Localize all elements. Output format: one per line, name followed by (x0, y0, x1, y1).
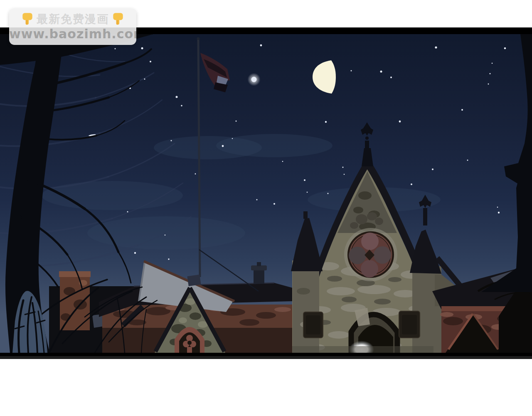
watermark-badge: 最新免费漫画 www.baozimh.com (9, 8, 136, 45)
rose-lobe-top (361, 233, 379, 250)
pole-bracket (187, 275, 201, 286)
rose-lobe-left (349, 247, 366, 264)
panel-bottom-border-shadow (0, 356, 532, 359)
comic-reader-page: 最新免费漫画 www.baozimh.com (0, 0, 532, 416)
rose-lobe-right (374, 246, 391, 264)
panel-bottom-border (0, 353, 532, 356)
watermark-url: www.baozimh.com (9, 27, 136, 41)
watermark-line1: 最新免费漫画 (9, 11, 136, 27)
comic-panel-image (0, 34, 532, 353)
flagpole-finial (197, 37, 200, 40)
watermark-title: 最新免费漫画 (37, 12, 109, 27)
rose-window (344, 228, 397, 281)
rose-lobe-bottom (361, 260, 378, 277)
pointing-down-hand-icon (20, 12, 34, 26)
pointing-down-hand-icon (111, 12, 125, 26)
